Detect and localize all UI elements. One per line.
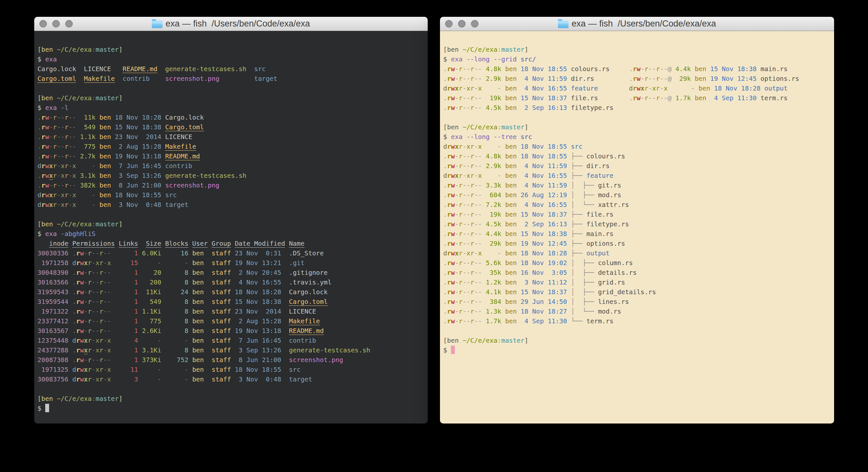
text-span (219, 75, 254, 83)
title-bar[interactable]: exa — fish /Users/ben/Code/exa/exa (34, 17, 428, 31)
text-span: 4.4k (482, 230, 501, 238)
text-span: d (37, 191, 41, 199)
text-span: ~/C/e/exa (57, 94, 92, 102)
text-span: - (478, 230, 482, 238)
text-span: - (474, 201, 478, 208)
text-span: - (96, 327, 99, 334)
text-span: w (451, 318, 455, 325)
text-span: w (451, 308, 455, 315)
text-span: . (72, 347, 76, 354)
text-span (68, 249, 72, 257)
text-span: options.rs (756, 75, 799, 83)
text-span: ] (119, 94, 123, 102)
text-span: r (447, 318, 451, 325)
terminal-line: $ exa -abghHliS (37, 229, 428, 239)
text-span: . (443, 162, 447, 170)
text-span: - (463, 318, 466, 325)
text-span: mod.rs (598, 308, 621, 315)
text-span: : (497, 123, 501, 131)
text-span: r (459, 211, 463, 218)
terminal-line: .rwxr-xr-x 3.1k ben 3 Sep 13:26 generate… (37, 171, 428, 181)
text-span: - (455, 162, 459, 170)
text-span: 752 (161, 356, 188, 364)
text-span: x (96, 259, 99, 267)
text-span: │ ├── (571, 269, 598, 276)
text-span: - (57, 201, 61, 208)
text-span: 1.1Ki (138, 308, 161, 315)
text-span: contrib (122, 75, 150, 83)
terminal-output[interactable]: [ben ~/C/e/exa:master]$ exaCargo.lock LI… (34, 31, 428, 423)
text-span: - (463, 211, 466, 218)
text-span: - (478, 269, 482, 276)
text-span: 24 (161, 288, 188, 296)
text-span: r (459, 75, 463, 83)
text-span: options.rs (586, 240, 625, 247)
text-span: master (501, 46, 525, 53)
text-span: - (455, 65, 459, 73)
text-span: r (76, 318, 80, 325)
text-span: r (459, 288, 463, 296)
folder-icon[interactable] (152, 21, 162, 28)
minimize-button[interactable] (52, 20, 60, 28)
terminal-line: 31959543 .rw-r--r-- 1 11Ki 24 ben staff … (37, 287, 428, 297)
minimize-button[interactable] (458, 20, 465, 28)
text-span: r (470, 318, 474, 325)
text-span: - (68, 162, 72, 170)
terminal-line: .rw-r--r-- 7.2k ben 4 Nov 16:55 │ └── xa… (443, 200, 834, 210)
text-span: x (96, 376, 99, 383)
text-span: 1971258 (37, 259, 68, 267)
text-span: x (107, 347, 111, 354)
text-span: - (463, 308, 466, 315)
text-span (68, 347, 72, 354)
text-span: . (443, 269, 447, 276)
text-span: r (470, 143, 474, 150)
zoom-button[interactable] (471, 20, 478, 28)
text-span: 8 (161, 347, 188, 354)
text-span: w (80, 337, 84, 344)
text-span: w (80, 308, 84, 315)
text-span: d (629, 85, 633, 92)
text-span: w (451, 220, 455, 228)
text-span: - (478, 288, 482, 296)
text-span: w (80, 249, 84, 257)
text-span: README.md (289, 327, 324, 334)
text-span: 2 Aug 15:28 (111, 143, 161, 150)
text-span: x (72, 162, 76, 170)
text-span: 15 Nov 18:38 (111, 123, 161, 131)
zoom-button[interactable] (65, 20, 73, 28)
text-span: w (45, 143, 49, 150)
text-span: README.md (165, 153, 200, 160)
title-bar[interactable]: exa — fish /Users/ben/Code/exa/exa (440, 17, 834, 31)
text-span: - (92, 376, 96, 383)
text-span: - (478, 75, 482, 83)
close-button[interactable] (39, 20, 47, 28)
text-span: r (99, 249, 103, 257)
text-span: - (84, 249, 88, 257)
text-span: .travis.yml (281, 279, 332, 286)
text-span: - (92, 298, 96, 305)
text-span (598, 85, 629, 92)
text-span: 3 Nov 0:48 (231, 376, 281, 383)
terminal-line: .rw-r--r-- 1.7k ben 4 Sep 11:30 └── term… (443, 317, 834, 326)
text-span: - (474, 143, 478, 150)
text-span: x (466, 143, 470, 150)
folder-icon[interactable] (558, 21, 568, 28)
text-span: - (466, 65, 470, 73)
terminal-window-dark: exa — fish /Users/ben/Code/exa/exa [ben … (34, 17, 428, 423)
text-span: . (72, 308, 76, 315)
text-span: .gitignore (281, 269, 328, 276)
text-span: x (72, 201, 76, 208)
text-span: r (470, 269, 474, 276)
close-button[interactable] (445, 20, 453, 28)
text-span: r (447, 201, 451, 208)
terminal-line: .rw-r--r-- 4.8k ben 18 Nov 18:55 colours… (443, 64, 834, 74)
terminal-output[interactable]: [ben ~/C/e/exa:master]$ exa --long --gri… (440, 31, 834, 423)
text-span: r (447, 288, 451, 296)
text-span: ben (96, 153, 111, 160)
text-span: - (478, 279, 482, 286)
text-span: - (463, 153, 466, 160)
text-span: 19 Nov 13:21 (231, 259, 281, 267)
text-span: - (474, 75, 478, 83)
text-span: 3 (111, 376, 138, 383)
text-span: - (482, 143, 501, 150)
